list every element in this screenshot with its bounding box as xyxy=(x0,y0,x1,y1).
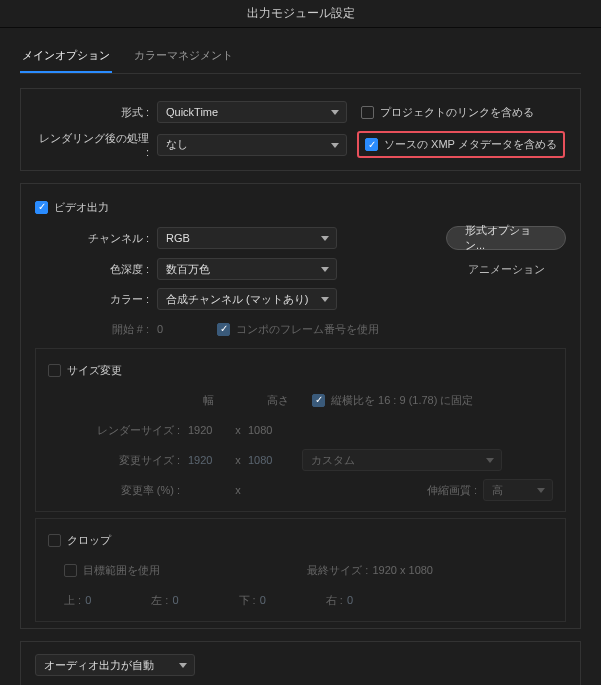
color-select-value: 合成チャンネル (マットあり) xyxy=(166,292,308,307)
use-comp-frame-label: コンポのフレーム番号を使用 xyxy=(236,322,379,337)
crop-right-value: 0 xyxy=(347,594,353,606)
audio-mode-value: オーディオ出力が自動 xyxy=(44,658,154,673)
change-size-w: 1920 xyxy=(188,454,228,466)
lock-aspect-label: 縦横比を 16 : 9 (1.78) に固定 xyxy=(331,393,473,408)
resize-checkbox[interactable] xyxy=(48,364,61,377)
crop-bottom-label: 下 : xyxy=(239,593,256,608)
crop-checkbox[interactable] xyxy=(48,534,61,547)
crop-right-label: 右 : xyxy=(326,593,343,608)
crop-subpanel: クロップ 目標範囲を使用 最終サイズ : 1920 x 1080 上 : 0 左… xyxy=(35,518,566,622)
resize-height-header: 高さ xyxy=(258,393,298,408)
crop-left-value: 0 xyxy=(172,594,178,606)
tab-bar: メインオプション カラーマネジメント xyxy=(20,42,581,74)
format-panel: 形式 : QuickTime プロジェクトのリンクを含める レンダリング後の処理… xyxy=(20,88,581,171)
format-select-value: QuickTime xyxy=(166,106,218,118)
tab-main-options[interactable]: メインオプション xyxy=(20,42,112,73)
render-size-w: 1920 xyxy=(188,424,228,436)
ratio-label: 変更率 (%) : xyxy=(48,483,188,498)
xmp-highlight-box: ソースの XMP メタデータを含める xyxy=(357,131,565,158)
crop-label: クロップ xyxy=(67,533,111,548)
crop-top-value: 0 xyxy=(85,594,91,606)
use-target-range-label: 目標範囲を使用 xyxy=(83,563,160,578)
codec-name-label: アニメーション xyxy=(446,262,566,277)
final-size-label: 最終サイズ : xyxy=(307,563,368,578)
depth-label: 色深度 : xyxy=(35,262,157,277)
format-select[interactable]: QuickTime xyxy=(157,101,347,123)
crop-top-label: 上 : xyxy=(64,593,81,608)
change-size-label: 変更サイズ : xyxy=(48,453,188,468)
lock-aspect-checkbox xyxy=(312,394,325,407)
include-project-link-label: プロジェクトのリンクを含める xyxy=(380,105,534,120)
include-project-link-checkbox[interactable] xyxy=(361,106,374,119)
include-xmp-checkbox[interactable] xyxy=(365,138,378,151)
stretch-quality-label: 伸縮画質 : xyxy=(427,483,477,498)
resize-subpanel: サイズ変更 幅 高さ 縦横比を 16 : 9 (1.78) に固定 レンダーサイ… xyxy=(35,348,566,512)
resize-label: サイズ変更 xyxy=(67,363,122,378)
post-render-select[interactable]: なし xyxy=(157,134,347,156)
channel-label: チャンネル : xyxy=(35,231,157,246)
video-format-options-button[interactable]: 形式オプション... xyxy=(446,226,566,250)
resize-width-header: 幅 xyxy=(188,393,228,408)
change-size-h: 1080 xyxy=(248,454,288,466)
render-size-label: レンダーサイズ : xyxy=(48,423,188,438)
crop-bottom-value: 0 xyxy=(260,594,266,606)
depth-select[interactable]: 数百万色 xyxy=(157,258,337,280)
crop-left-label: 左 : xyxy=(151,593,168,608)
start-number-label: 開始 # : xyxy=(35,322,157,337)
render-size-x: x xyxy=(228,424,248,436)
video-output-panel: ビデオ出力 チャンネル : RGB 形式オプション... 色深度 : 数百万色 … xyxy=(20,183,581,629)
include-xmp-label: ソースの XMP メタデータを含める xyxy=(384,137,557,152)
use-comp-frame-checkbox xyxy=(217,323,230,336)
post-render-label: レンダリング後の処理 : xyxy=(35,131,157,158)
change-size-x: x xyxy=(228,454,248,466)
video-output-checkbox[interactable] xyxy=(35,201,48,214)
depth-select-value: 数百万色 xyxy=(166,262,210,277)
stretch-quality-value: 高 xyxy=(492,483,503,498)
change-size-preset-value: カスタム xyxy=(311,453,355,468)
channel-select-value: RGB xyxy=(166,232,190,244)
final-size-value: 1920 x 1080 xyxy=(372,564,433,576)
audio-mode-select[interactable]: オーディオ出力が自動 xyxy=(35,654,195,676)
change-size-preset-select: カスタム xyxy=(302,449,502,471)
audio-panel: オーディオ出力が自動 コンポジションにオーディオがある場合にのみオーディオは出力… xyxy=(20,641,581,685)
post-render-select-value: なし xyxy=(166,137,188,152)
render-size-h: 1080 xyxy=(248,424,288,436)
color-select[interactable]: 合成チャンネル (マットあり) xyxy=(157,288,337,310)
stretch-quality-select: 高 xyxy=(483,479,553,501)
format-label: 形式 : xyxy=(35,105,157,120)
video-output-label: ビデオ出力 xyxy=(54,200,109,215)
window-title-text: 出力モジュール設定 xyxy=(247,5,355,22)
color-label: カラー : xyxy=(35,292,157,307)
channel-select[interactable]: RGB xyxy=(157,227,337,249)
tab-color-management[interactable]: カラーマネジメント xyxy=(132,42,235,73)
use-target-range-checkbox xyxy=(64,564,77,577)
start-number-value: 0 xyxy=(157,323,187,335)
ratio-x: x xyxy=(228,484,248,496)
window-title: 出力モジュール設定 xyxy=(0,0,601,28)
